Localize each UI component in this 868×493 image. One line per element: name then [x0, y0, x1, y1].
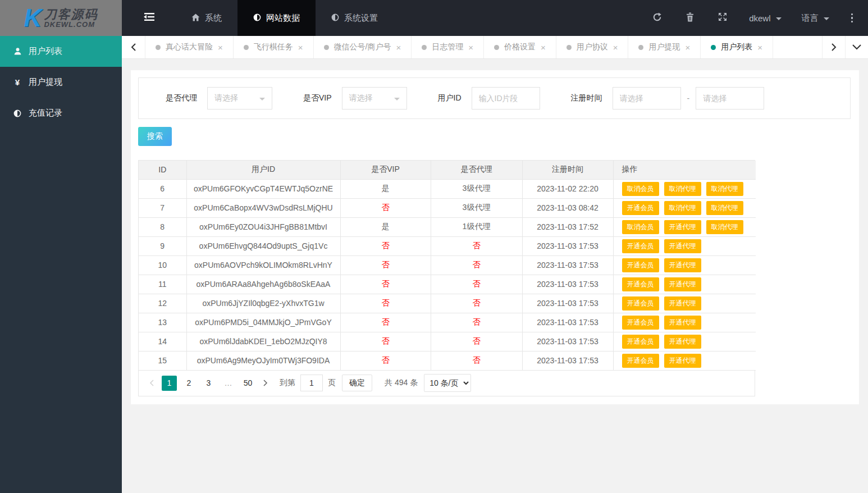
- refresh-button[interactable]: [641, 0, 674, 36]
- action-button-取消会员[interactable]: 取消会员: [622, 220, 659, 234]
- brand-logo[interactable]: K 刀客源码 DKEWL.COM: [0, 0, 122, 36]
- cell-agent: 否: [431, 351, 522, 370]
- action-button-开通代理[interactable]: 开通代理: [664, 258, 701, 272]
- cell-vip: 否: [340, 236, 431, 255]
- sidebar-item-用户列表[interactable]: 用户列表: [0, 36, 122, 67]
- action-button-开通代理[interactable]: 开通代理: [664, 316, 701, 330]
- action-button-开通代理[interactable]: 开通代理: [664, 335, 701, 349]
- action-button-取消会员[interactable]: 取消会员: [622, 182, 659, 196]
- tab-label: 用户协议: [577, 42, 608, 52]
- tab-dot-icon: [638, 45, 643, 50]
- tab-价格设置[interactable]: 价格设置×: [484, 36, 556, 58]
- column-header-操作: 操作: [613, 161, 756, 179]
- agent-filter-select[interactable]: 请选择: [207, 87, 272, 109]
- cell-agent: 否: [431, 255, 522, 275]
- tab-close-icon[interactable]: ×: [218, 43, 223, 52]
- action-button-开通代理[interactable]: 开通代理: [664, 296, 701, 311]
- top-nav-label: 系统: [205, 13, 222, 24]
- top-nav-item-系统设置[interactable]: 系统设置: [316, 0, 394, 36]
- action-button-取消代理[interactable]: 取消代理: [706, 182, 743, 196]
- action-button-取消代理[interactable]: 取消代理: [664, 201, 701, 215]
- prev-page-button[interactable]: [144, 380, 159, 386]
- action-button-开通会员[interactable]: 开通会员: [622, 258, 659, 272]
- table-row: 15oxPUm6Ag9MeyOJyIm0TWj3FO9IDA否否2023-11-…: [139, 351, 756, 370]
- action-button-开通会员[interactable]: 开通会员: [622, 354, 659, 368]
- tabs-scroll-right-button[interactable]: [822, 36, 845, 58]
- tab-close-icon[interactable]: ×: [757, 43, 762, 52]
- action-button-开通会员[interactable]: 开通会员: [622, 201, 659, 215]
- cell-actions: 开通会员开通代理: [613, 275, 756, 294]
- regtime-separator: -: [687, 94, 690, 103]
- cell-agent: 1级代理: [431, 217, 522, 236]
- tab-close-icon[interactable]: ×: [396, 43, 401, 52]
- tab-日志管理[interactable]: 日志管理×: [412, 36, 484, 58]
- tab-close-icon[interactable]: ×: [468, 43, 473, 52]
- sidebar-item-label: 充值记录: [29, 108, 62, 118]
- goto-page-label: 到第: [280, 378, 295, 388]
- action-button-开通代理[interactable]: 开通代理: [664, 239, 701, 253]
- top-nav-item-网站数据[interactable]: 网站数据: [237, 0, 316, 36]
- menu-collapse-button[interactable]: [122, 0, 176, 36]
- action-button-取消代理[interactable]: 取消代理: [664, 182, 701, 196]
- sidebar-item-充值记录[interactable]: 充值记录: [0, 98, 122, 129]
- next-page-button[interactable]: [258, 380, 273, 386]
- page-number-50[interactable]: 50: [240, 376, 255, 391]
- tab-用户提现[interactable]: 用户提现×: [628, 36, 701, 58]
- vip-filter-select[interactable]: 请选择: [342, 87, 407, 109]
- chevron-down-icon: [824, 17, 829, 20]
- goto-confirm-button[interactable]: 确定: [342, 375, 372, 391]
- tab-微信公号/商户号[interactable]: 微信公号/商户号×: [314, 36, 412, 58]
- column-header-是否VIP: 是否VIP: [340, 161, 431, 179]
- sidebar-item-label: 用户列表: [29, 46, 62, 57]
- fullscreen-button[interactable]: [706, 0, 739, 36]
- language-menu[interactable]: 语言: [792, 0, 839, 36]
- tab-close-icon[interactable]: ×: [613, 43, 618, 52]
- clear-cache-button[interactable]: [674, 0, 706, 36]
- cell-agent: 否: [431, 294, 522, 313]
- tab-close-icon[interactable]: ×: [541, 43, 546, 52]
- action-button-开通代理[interactable]: 开通代理: [664, 277, 701, 291]
- page-number-3[interactable]: 3: [201, 376, 216, 391]
- action-button-开通代理[interactable]: 开通代理: [664, 220, 701, 234]
- tab-真心话大冒险[interactable]: 真心话大冒险×: [145, 36, 234, 58]
- sidebar-item-用户提现[interactable]: ¥用户提现: [0, 67, 122, 98]
- action-button-开通代理[interactable]: 开通代理: [664, 354, 701, 368]
- more-button[interactable]: [839, 0, 865, 36]
- tab-dot-icon: [711, 45, 716, 50]
- tab-label: 价格设置: [504, 42, 536, 52]
- chevron-down-icon: [394, 98, 400, 101]
- tab-close-icon[interactable]: ×: [685, 43, 690, 52]
- cell-actions: 开通会员开通代理: [613, 332, 756, 351]
- regtime-start-input[interactable]: [613, 87, 681, 109]
- action-button-开通会员[interactable]: 开通会员: [622, 277, 659, 291]
- user-menu[interactable]: dkewl: [739, 0, 791, 36]
- page-number-1[interactable]: 1: [162, 376, 177, 391]
- tab-用户协议[interactable]: 用户协议×: [556, 36, 629, 58]
- top-nav-item-系统[interactable]: 系统: [176, 0, 237, 36]
- action-button-开通会员[interactable]: 开通会员: [622, 296, 659, 311]
- action-button-开通会员[interactable]: 开通会员: [622, 335, 659, 349]
- search-button[interactable]: 搜索: [138, 127, 172, 146]
- tab-用户列表[interactable]: 用户列表×: [701, 36, 773, 58]
- column-header-ID: ID: [139, 161, 186, 179]
- action-button-取消代理[interactable]: 取消代理: [706, 220, 743, 234]
- sidebar-item-label: 用户提现: [29, 77, 62, 88]
- goto-page-input[interactable]: [300, 375, 323, 391]
- tab-close-icon[interactable]: ×: [298, 43, 303, 52]
- action-button-开通会员[interactable]: 开通会员: [622, 239, 659, 253]
- action-button-取消代理[interactable]: 取消代理: [706, 201, 743, 215]
- tab-飞行棋任务[interactable]: 飞行棋任务×: [234, 36, 314, 58]
- cell-id: 13: [139, 313, 186, 332]
- page-size-select[interactable]: 10 条/页: [424, 374, 471, 392]
- action-button-开通会员[interactable]: 开通会员: [622, 316, 659, 330]
- userid-filter-input[interactable]: [472, 87, 540, 109]
- regtime-end-input[interactable]: [696, 87, 764, 109]
- tabs-scroll-left-button[interactable]: [122, 36, 145, 58]
- cell-reg-time: 2023-11-03 17:53: [522, 236, 613, 255]
- half-circle-icon: [331, 13, 339, 23]
- cell-agent: 3级代理: [431, 179, 522, 198]
- cell-user-id: oxPUm6PMD5i_04MMJkjO_JPmVGoY: [186, 313, 340, 332]
- tabs-menu-button[interactable]: [845, 36, 868, 58]
- page-number-2[interactable]: 2: [181, 376, 197, 391]
- cell-user-id: oxPUm6Ey0ZOU4i3JHFgBB81MtbvI: [186, 217, 340, 236]
